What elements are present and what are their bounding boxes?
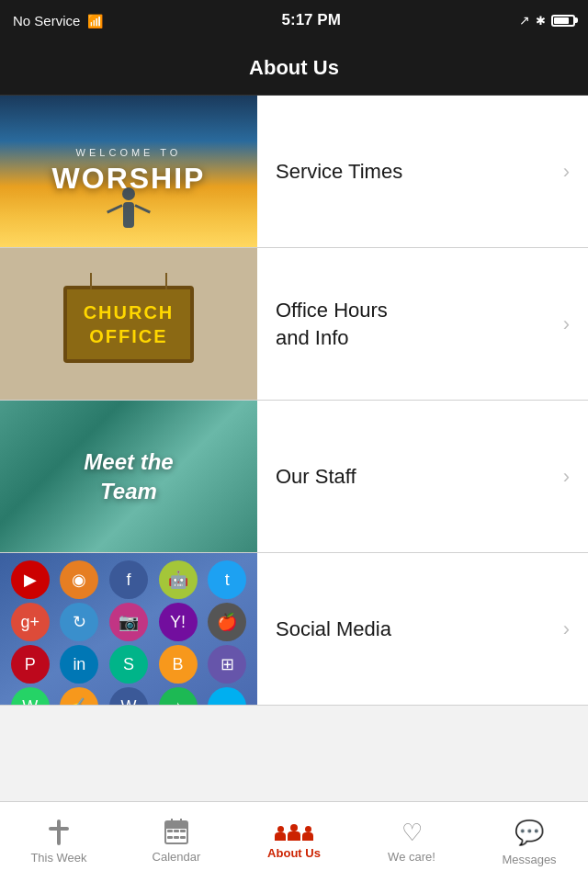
office-sign-line2: OFFICE <box>84 324 175 348</box>
tab-calendar-label: Calendar <box>153 850 201 864</box>
heart-icon: ♡ <box>401 820 423 844</box>
worship-figure <box>106 187 152 238</box>
sign-rope-left <box>90 273 92 289</box>
social-icon-instagram: 📷 <box>109 603 148 641</box>
battery-fill <box>554 17 570 24</box>
tab-we-care[interactable]: ♡ We care! <box>353 802 470 882</box>
figure-arm-right <box>134 204 151 213</box>
social-icon-twitter: t <box>208 560 246 599</box>
social-icon-blogger: B <box>159 645 198 684</box>
tab-this-week[interactable]: This Week <box>0 802 118 882</box>
chevron-icon: › <box>563 312 588 336</box>
chevron-icon: › <box>563 160 588 184</box>
social-icon-windows: ⊞ <box>208 645 246 684</box>
menu-item-office-hours[interactable]: CHURCH OFFICE Office Hoursand Info › <box>0 248 588 401</box>
thumb-worship: WELCOME TO WORSHIP <box>0 96 257 247</box>
chevron-icon: › <box>563 617 588 641</box>
figure-arm-left <box>107 204 123 213</box>
social-icon-cloud: ☁ <box>208 687 246 705</box>
status-time: 5:17 PM <box>282 11 341 29</box>
social-icon-whatsapp: W <box>11 687 50 705</box>
worship-welcome-text: WELCOME TO <box>76 147 182 158</box>
social-icon-blog2: ✍ <box>60 687 98 705</box>
cross-icon <box>49 820 69 845</box>
content-area: WELCOME TO WORSHIP Service Times › <box>0 96 588 801</box>
carrier-text: No Service <box>13 13 80 28</box>
team-text: Meet theTeam <box>84 447 173 504</box>
office-hours-label: Office Hoursand Info <box>257 297 563 351</box>
person-right <box>302 826 313 841</box>
wifi-icon <box>87 13 103 28</box>
cross-vertical <box>57 820 61 845</box>
status-bar: No Service 5:17 PM <box>0 0 588 40</box>
social-icon-facebook: f <box>109 560 148 599</box>
office-thumbnail: CHURCH OFFICE <box>0 248 257 400</box>
menu-item-social-media[interactable]: ▶ ◉ f 🤖 t g+ ↻ 📷 Y! 🍎 P in S B ⊞ W ✍ W ♪… <box>0 553 588 706</box>
cross-horizontal <box>49 827 69 831</box>
menu-item-our-staff[interactable]: Meet theTeam Our Staff › <box>0 401 588 553</box>
person-center <box>288 824 300 841</box>
nav-bar: About Us <box>0 40 588 96</box>
social-thumbnail: ▶ ◉ f 🤖 t g+ ↻ 📷 Y! 🍎 P in S B ⊞ W ✍ W ♪… <box>0 553 257 705</box>
team-thumbnail: Meet theTeam <box>0 401 257 552</box>
office-sign-line1: CHURCH <box>84 300 175 324</box>
social-icon-linkedin: in <box>60 645 98 684</box>
figure-arms <box>106 204 152 208</box>
person-left <box>275 826 286 841</box>
calendar-header <box>166 822 187 829</box>
thumb-team: Meet theTeam <box>0 401 257 552</box>
worship-thumbnail: WELCOME TO WORSHIP <box>0 96 257 247</box>
chat-icon: 💬 <box>514 819 544 847</box>
social-icon-youtube: ▶ <box>11 560 50 599</box>
tab-this-week-label: This Week <box>30 851 86 865</box>
location-icon <box>519 13 530 28</box>
tab-calendar[interactable]: Calendar <box>118 802 235 882</box>
sign-rope-right <box>165 273 167 289</box>
tab-about-us-label: About Us <box>267 846 321 860</box>
figure-body <box>123 202 134 228</box>
tab-messages[interactable]: 💬 Messages <box>470 802 588 882</box>
social-icon-refresh: ↻ <box>60 603 98 641</box>
social-icon-gplus: g+ <box>11 603 50 641</box>
church-sign: CHURCH OFFICE <box>63 286 195 363</box>
calendar-icon <box>164 820 188 844</box>
social-icon-rss: ◉ <box>60 560 98 599</box>
social-icon-android: 🤖 <box>159 560 198 599</box>
figure-head <box>122 187 135 200</box>
bluetooth-icon <box>536 13 546 28</box>
tab-bar: This Week Calendar <box>0 801 588 882</box>
social-icon-apple: 🍎 <box>208 603 246 641</box>
page-title: About Us <box>249 56 339 80</box>
chevron-icon: › <box>563 465 588 489</box>
status-carrier-area: No Service <box>13 13 103 28</box>
social-media-label: Social Media <box>257 616 563 643</box>
social-icon-spotify: ♪ <box>159 687 198 705</box>
our-staff-label: Our Staff <box>257 463 563 491</box>
social-icon-yahoo: Y! <box>159 603 198 641</box>
people-icon <box>275 824 313 841</box>
thumb-social: ▶ ◉ f 🤖 t g+ ↻ 📷 Y! 🍎 P in S B ⊞ W ✍ W ♪… <box>0 553 257 705</box>
thumb-office: CHURCH OFFICE <box>0 248 257 400</box>
status-indicators <box>519 13 575 28</box>
menu-item-service-times[interactable]: WELCOME TO WORSHIP Service Times › <box>0 96 588 248</box>
tab-messages-label: Messages <box>502 853 556 866</box>
tab-about-us[interactable]: About Us <box>235 802 353 882</box>
social-icon-skype: S <box>109 645 148 684</box>
social-icon-pinterest: P <box>11 645 50 684</box>
social-icon-wordpress: W <box>109 687 148 705</box>
tab-we-care-label: We care! <box>388 850 435 864</box>
service-times-label: Service Times <box>257 158 563 186</box>
battery-icon <box>551 15 575 27</box>
calendar-body <box>166 829 187 842</box>
